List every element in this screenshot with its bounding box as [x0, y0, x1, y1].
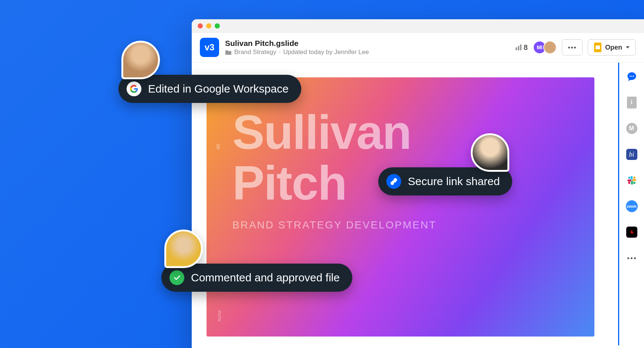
- open-label: Open: [605, 44, 622, 51]
- svg-rect-5: [627, 180, 631, 182]
- avatar: [121, 41, 160, 79]
- integration-bi[interactable]: bi: [625, 148, 638, 161]
- annotation-edited: Edited in Google Workspace: [118, 41, 301, 103]
- chevron-down-icon: [626, 46, 630, 48]
- annotation-pill: Commented and approved file: [161, 264, 352, 292]
- views-count: 8: [524, 43, 528, 52]
- integration-rail: M bi zoom: [618, 63, 644, 345]
- window-close-icon[interactable]: [198, 23, 203, 29]
- integration-slack[interactable]: [625, 174, 638, 187]
- svg-point-0: [629, 76, 630, 77]
- slide-footer: Acme: [217, 310, 222, 322]
- link-icon: [386, 174, 401, 189]
- more-button[interactable]: [562, 39, 583, 56]
- view-stats[interactable]: 8: [516, 43, 528, 52]
- google-icon: [127, 81, 141, 96]
- annotation-text: Edited in Google Workspace: [148, 83, 289, 95]
- header-actions: 8 MI Open: [516, 39, 636, 56]
- integration-m[interactable]: M: [625, 122, 638, 135]
- window-titlebar: [192, 19, 644, 33]
- bars-icon: [516, 44, 521, 50]
- svg-point-7: [628, 177, 630, 179]
- avatar-photo[interactable]: [543, 41, 557, 54]
- collaborator-avatars[interactable]: MI: [533, 41, 557, 54]
- svg-point-10: [628, 182, 630, 184]
- window-minimize-icon[interactable]: [206, 23, 211, 29]
- annotation-shared: Secure link shared: [378, 133, 512, 195]
- rail-more-button[interactable]: [625, 251, 638, 265]
- acrobat-icon: [626, 227, 637, 238]
- avatar: [471, 133, 509, 172]
- slide-page-number: 00: [215, 144, 221, 149]
- svg-rect-6: [631, 181, 633, 185]
- info-icon: [627, 97, 637, 108]
- annotation-text: Commented and approved file: [191, 271, 340, 284]
- open-button[interactable]: Open: [588, 39, 636, 56]
- zoom-icon: zoom: [626, 200, 638, 212]
- slack-icon: [627, 175, 637, 185]
- google-slides-icon: [594, 43, 601, 52]
- m-icon: M: [626, 123, 637, 134]
- slide-preview[interactable]: 00 Sullivan Pitch BRAND STRATEGY DEVELOP…: [207, 77, 594, 337]
- annotation-approved: Commented and approved file: [161, 230, 352, 292]
- annotation-text: Secure link shared: [408, 175, 500, 188]
- svg-rect-4: [632, 179, 636, 181]
- content-area: 00 Sullivan Pitch BRAND STRATEGY DEVELOP…: [192, 63, 644, 345]
- check-icon: [170, 270, 184, 285]
- integration-acrobat[interactable]: [625, 225, 638, 239]
- comments-button[interactable]: [625, 70, 638, 83]
- avatar: [164, 230, 203, 268]
- bi-icon: bi: [626, 149, 637, 160]
- integration-zoom[interactable]: zoom: [625, 200, 638, 213]
- svg-point-8: [633, 177, 635, 179]
- annotation-pill: Edited in Google Workspace: [118, 75, 301, 103]
- window-maximize-icon[interactable]: [215, 23, 220, 29]
- preview-canvas: 00 Sullivan Pitch BRAND STRATEGY DEVELOP…: [192, 63, 618, 345]
- svg-point-1: [631, 76, 632, 77]
- svg-point-2: [633, 76, 634, 77]
- svg-point-9: [633, 182, 635, 184]
- file-info-button[interactable]: [625, 96, 638, 109]
